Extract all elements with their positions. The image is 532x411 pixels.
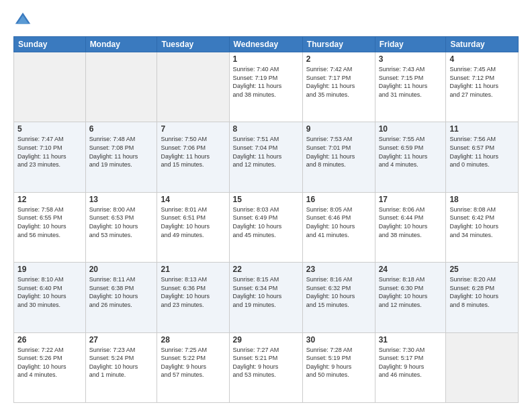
day-info: Sunrise: 7:50 AM Sunset: 7:06 PM Dayligh… <box>161 135 225 169</box>
day-info: Sunrise: 8:13 AM Sunset: 6:36 PM Dayligh… <box>161 275 225 309</box>
day-cell: 23Sunrise: 8:16 AM Sunset: 6:32 PM Dayli… <box>302 263 375 332</box>
day-number: 2 <box>306 54 371 64</box>
day-info: Sunrise: 8:20 AM Sunset: 6:28 PM Dayligh… <box>449 275 515 309</box>
day-info: Sunrise: 7:27 AM Sunset: 5:21 PM Dayligh… <box>233 346 299 379</box>
day-info: Sunrise: 8:16 AM Sunset: 6:32 PM Dayligh… <box>306 275 371 309</box>
day-info: Sunrise: 7:28 AM Sunset: 5:19 PM Dayligh… <box>306 346 371 379</box>
day-info: Sunrise: 8:05 AM Sunset: 6:46 PM Dayligh… <box>306 205 371 239</box>
day-info: Sunrise: 7:58 AM Sunset: 6:55 PM Dayligh… <box>17 205 82 239</box>
day-number: 31 <box>379 335 443 345</box>
day-cell: 20Sunrise: 8:11 AM Sunset: 6:38 PM Dayli… <box>85 263 157 332</box>
day-cell: 19Sunrise: 8:10 AM Sunset: 6:40 PM Dayli… <box>14 263 86 332</box>
day-cell: 1Sunrise: 7:40 AM Sunset: 7:19 PM Daylig… <box>229 52 302 122</box>
day-cell: 8Sunrise: 7:51 AM Sunset: 7:04 PM Daylig… <box>229 122 302 192</box>
day-cell: 17Sunrise: 8:06 AM Sunset: 6:44 PM Dayli… <box>375 192 446 262</box>
day-number: 5 <box>17 124 82 134</box>
day-cell: 18Sunrise: 8:08 AM Sunset: 6:42 PM Dayli… <box>446 192 519 262</box>
day-info: Sunrise: 7:25 AM Sunset: 5:22 PM Dayligh… <box>161 346 225 379</box>
day-cell: 24Sunrise: 8:18 AM Sunset: 6:30 PM Dayli… <box>375 263 446 332</box>
day-cell: 14Sunrise: 8:01 AM Sunset: 6:51 PM Dayli… <box>157 192 229 262</box>
day-info: Sunrise: 7:48 AM Sunset: 7:08 PM Dayligh… <box>89 135 154 169</box>
day-cell: 11Sunrise: 7:56 AM Sunset: 6:57 PM Dayli… <box>446 122 519 192</box>
day-number: 24 <box>379 265 443 274</box>
day-number: 30 <box>306 335 371 345</box>
day-cell: 25Sunrise: 8:20 AM Sunset: 6:28 PM Dayli… <box>446 263 519 332</box>
day-cell: 10Sunrise: 7:55 AM Sunset: 6:59 PM Dayli… <box>375 122 446 192</box>
col-header-thursday: Thursday <box>302 37 375 52</box>
day-cell <box>446 332 519 402</box>
day-number: 7 <box>161 124 225 134</box>
day-info: Sunrise: 8:03 AM Sunset: 6:49 PM Dayligh… <box>233 205 299 239</box>
day-cell: 22Sunrise: 8:15 AM Sunset: 6:34 PM Dayli… <box>229 263 302 332</box>
day-number: 27 <box>89 335 154 345</box>
day-cell: 3Sunrise: 7:43 AM Sunset: 7:15 PM Daylig… <box>375 52 446 122</box>
day-number: 15 <box>233 195 299 204</box>
day-info: Sunrise: 7:53 AM Sunset: 7:01 PM Dayligh… <box>306 135 371 169</box>
day-info: Sunrise: 8:10 AM Sunset: 6:40 PM Dayligh… <box>17 275 82 309</box>
calendar: SundayMondayTuesdayWednesdayThursdayFrid… <box>13 36 519 403</box>
header-row: SundayMondayTuesdayWednesdayThursdayFrid… <box>14 37 519 52</box>
day-number: 28 <box>161 335 225 345</box>
day-info: Sunrise: 7:23 AM Sunset: 5:24 PM Dayligh… <box>89 346 154 379</box>
day-info: Sunrise: 7:30 AM Sunset: 5:17 PM Dayligh… <box>379 346 443 379</box>
day-cell <box>14 52 86 122</box>
day-number: 22 <box>233 265 299 274</box>
day-info: Sunrise: 7:40 AM Sunset: 7:19 PM Dayligh… <box>233 65 299 99</box>
day-number: 10 <box>379 124 443 134</box>
day-info: Sunrise: 8:08 AM Sunset: 6:42 PM Dayligh… <box>449 205 515 239</box>
col-header-sunday: Sunday <box>14 37 86 52</box>
day-number: 19 <box>17 265 82 274</box>
day-number: 1 <box>233 54 299 64</box>
day-number: 17 <box>379 195 443 204</box>
day-number: 13 <box>89 195 154 204</box>
week-row-2: 5Sunrise: 7:47 AM Sunset: 7:10 PM Daylig… <box>14 122 519 192</box>
day-number: 23 <box>306 265 371 274</box>
day-cell: 30Sunrise: 7:28 AM Sunset: 5:19 PM Dayli… <box>302 332 375 402</box>
day-number: 11 <box>449 124 515 134</box>
day-number: 9 <box>306 124 371 134</box>
day-cell <box>85 52 157 122</box>
week-row-3: 12Sunrise: 7:58 AM Sunset: 6:55 PM Dayli… <box>14 192 519 262</box>
day-cell: 13Sunrise: 8:00 AM Sunset: 6:53 PM Dayli… <box>85 192 157 262</box>
day-cell: 12Sunrise: 7:58 AM Sunset: 6:55 PM Dayli… <box>14 192 86 262</box>
col-header-wednesday: Wednesday <box>229 37 302 52</box>
day-number: 26 <box>17 335 82 345</box>
day-number: 3 <box>379 54 443 64</box>
day-cell: 9Sunrise: 7:53 AM Sunset: 7:01 PM Daylig… <box>302 122 375 192</box>
day-info: Sunrise: 8:15 AM Sunset: 6:34 PM Dayligh… <box>233 275 299 309</box>
logo <box>13 11 35 30</box>
day-number: 25 <box>449 265 515 274</box>
day-cell <box>157 52 229 122</box>
day-cell: 4Sunrise: 7:45 AM Sunset: 7:12 PM Daylig… <box>446 52 519 122</box>
day-info: Sunrise: 8:01 AM Sunset: 6:51 PM Dayligh… <box>161 205 225 239</box>
day-info: Sunrise: 7:55 AM Sunset: 6:59 PM Dayligh… <box>379 135 443 169</box>
day-cell: 7Sunrise: 7:50 AM Sunset: 7:06 PM Daylig… <box>157 122 229 192</box>
day-info: Sunrise: 7:43 AM Sunset: 7:15 PM Dayligh… <box>379 65 443 99</box>
day-number: 16 <box>306 195 371 204</box>
day-cell: 26Sunrise: 7:22 AM Sunset: 5:26 PM Dayli… <box>14 332 86 402</box>
header <box>13 11 519 30</box>
col-header-tuesday: Tuesday <box>157 37 229 52</box>
day-number: 20 <box>89 265 154 274</box>
week-row-5: 26Sunrise: 7:22 AM Sunset: 5:26 PM Dayli… <box>14 332 519 402</box>
day-info: Sunrise: 8:06 AM Sunset: 6:44 PM Dayligh… <box>379 205 443 239</box>
day-number: 29 <box>233 335 299 345</box>
day-cell: 5Sunrise: 7:47 AM Sunset: 7:10 PM Daylig… <box>14 122 86 192</box>
day-cell: 15Sunrise: 8:03 AM Sunset: 6:49 PM Dayli… <box>229 192 302 262</box>
day-number: 14 <box>161 195 225 204</box>
day-number: 8 <box>233 124 299 134</box>
day-cell: 16Sunrise: 8:05 AM Sunset: 6:46 PM Dayli… <box>302 192 375 262</box>
day-info: Sunrise: 7:47 AM Sunset: 7:10 PM Dayligh… <box>17 135 82 169</box>
page: SundayMondayTuesdayWednesdayThursdayFrid… <box>0 0 532 411</box>
day-info: Sunrise: 8:11 AM Sunset: 6:38 PM Dayligh… <box>89 275 154 309</box>
day-cell: 2Sunrise: 7:42 AM Sunset: 7:17 PM Daylig… <box>302 52 375 122</box>
day-info: Sunrise: 7:51 AM Sunset: 7:04 PM Dayligh… <box>233 135 299 169</box>
day-number: 6 <box>89 124 154 134</box>
day-number: 18 <box>449 195 515 204</box>
day-number: 21 <box>161 265 225 274</box>
logo-icon <box>13 11 32 30</box>
day-info: Sunrise: 7:45 AM Sunset: 7:12 PM Dayligh… <box>449 65 515 99</box>
day-cell: 29Sunrise: 7:27 AM Sunset: 5:21 PM Dayli… <box>229 332 302 402</box>
col-header-saturday: Saturday <box>446 37 519 52</box>
day-cell: 31Sunrise: 7:30 AM Sunset: 5:17 PM Dayli… <box>375 332 446 402</box>
